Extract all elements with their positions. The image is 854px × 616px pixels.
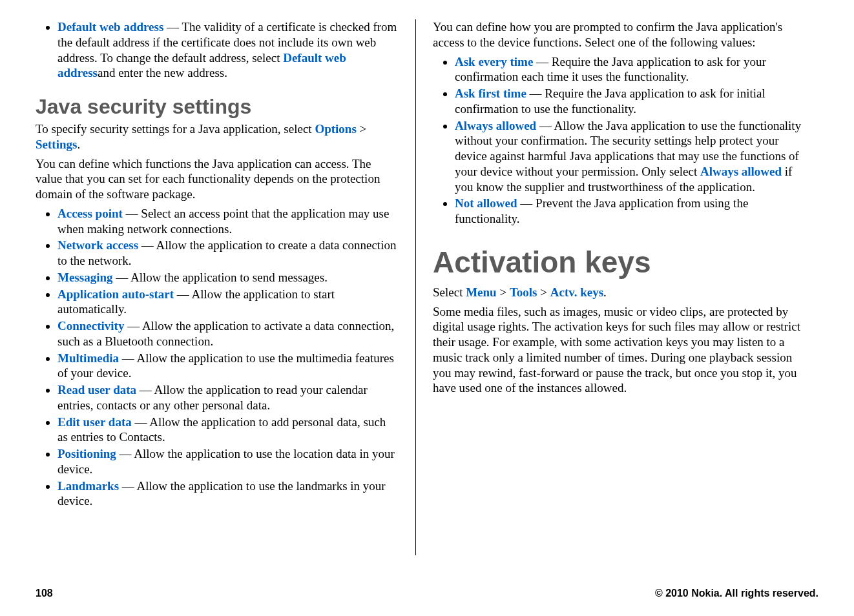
- list-item: Access point — Select an access point th…: [57, 206, 399, 237]
- list-item: Not allowed — Prevent the Java applicati…: [455, 196, 809, 227]
- list-item: Application auto-start — Allow the appli…: [57, 287, 399, 318]
- page-number: 108: [36, 588, 53, 599]
- heading-java-security: Java security settings: [36, 95, 399, 119]
- term: Connectivity: [57, 319, 124, 333]
- list-item: Landmarks — Allow the application to use…: [57, 478, 399, 509]
- list-item: Messaging — Allow the application to sen…: [57, 270, 399, 285]
- text: .: [77, 138, 80, 151]
- text: —: [163, 20, 182, 34]
- heading-activation-keys: Activation keys: [433, 245, 809, 280]
- list-item: Multimedia — Allow the application to us…: [57, 351, 399, 382]
- left-column: Default web address — The validity of a …: [36, 19, 410, 555]
- path-settings: Settings: [36, 138, 77, 151]
- term: Access point: [57, 207, 123, 220]
- text: To specify security settings for a Java …: [36, 122, 315, 136]
- text: Select: [433, 285, 466, 299]
- term: Network access: [57, 238, 138, 252]
- columns: Default web address — The validity of a …: [36, 19, 818, 555]
- prompt-paragraph: You can define how you are prompted to c…: [433, 19, 809, 50]
- term: Messaging: [57, 271, 113, 284]
- term: Ask first time: [455, 87, 526, 100]
- term: Positioning: [57, 447, 116, 460]
- activation-paragraph: Some media files, such as images, music …: [433, 304, 809, 396]
- list-item: Positioning — Allow the application to u…: [57, 446, 399, 477]
- term: Read user data: [57, 383, 136, 396]
- column-divider: [415, 19, 416, 555]
- default-web-list: Default web address — The validity of a …: [36, 19, 399, 81]
- list-item: Ask first time — Require the Java applic…: [455, 86, 809, 117]
- term-always-allowed: Always allowed: [455, 119, 536, 132]
- path-actv-keys: Actv. keys: [550, 285, 603, 299]
- term-default-web: Default web address: [57, 20, 163, 34]
- copyright-text: © 2010 Nokia. All rights reserved.: [655, 588, 818, 599]
- text: >: [357, 122, 366, 136]
- list-item: Always allowed — Allow the Java applicat…: [455, 118, 809, 195]
- prompt-items-list: Ask every time — Require the Java applic…: [433, 54, 809, 227]
- page: Default web address — The validity of a …: [0, 0, 854, 616]
- term-always-allowed-inline: Always allowed: [700, 165, 782, 178]
- java-paragraph: You can define which functions the Java …: [36, 156, 399, 202]
- text: .: [603, 285, 607, 299]
- list-item: Default web address — The validity of a …: [57, 19, 399, 81]
- list-item: Ask every time — Require the Java applic…: [455, 54, 809, 85]
- term: Landmarks: [57, 479, 119, 493]
- text: >: [497, 285, 510, 299]
- term-not-allowed: Not allowed: [455, 196, 517, 210]
- term: Edit user data: [57, 415, 132, 429]
- path-tools: Tools: [510, 285, 537, 299]
- list-item: Read user data — Allow the application t…: [57, 382, 399, 413]
- java-intro: To specify security settings for a Java …: [36, 121, 399, 152]
- java-items-list: Access point — Select an access point th…: [36, 206, 399, 509]
- term: Application auto-start: [57, 287, 174, 301]
- list-item: Edit user data — Allow the application t…: [57, 415, 399, 446]
- list-item: Network access — Allow the application t…: [57, 238, 399, 269]
- path-options: Options: [315, 122, 356, 136]
- text: and enter the new address.: [98, 66, 227, 79]
- text: >: [537, 285, 550, 299]
- term: Ask every time: [455, 55, 533, 68]
- term: Multimedia: [57, 351, 119, 365]
- activation-path: Select Menu > Tools > Actv. keys.: [433, 285, 809, 300]
- footer: 108 © 2010 Nokia. All rights reserved.: [36, 588, 818, 599]
- list-item: Connectivity — Allow the application to …: [57, 318, 399, 349]
- right-column: You can define how you are prompted to c…: [421, 19, 809, 555]
- path-menu: Menu: [466, 285, 497, 299]
- text: — Allow the application to send messages…: [113, 271, 328, 284]
